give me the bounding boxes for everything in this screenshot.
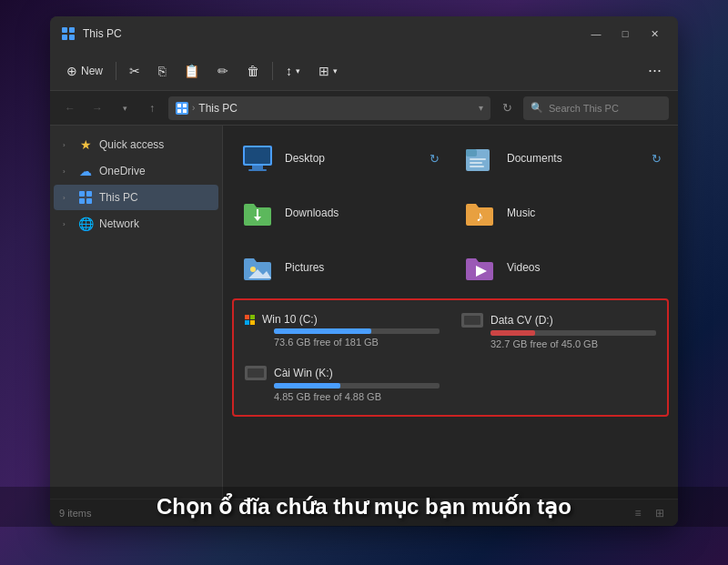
drive-d-bar-wrap (490, 330, 656, 336)
sidebar-item-onedrive[interactable]: › ☁ OneDrive (54, 158, 218, 184)
rename-icon: ✏ (217, 64, 228, 78)
copy-button[interactable]: ⎘ (151, 60, 173, 82)
downloads-folder[interactable]: Downloads (232, 189, 447, 237)
drive-c-name: Win 10 (C:) (262, 313, 318, 326)
new-icon: ⊕ (66, 64, 77, 78)
title-bar: This PC — □ ✕ (50, 16, 678, 51)
svg-rect-13 (245, 147, 270, 164)
drive-k-bar-wrap (274, 383, 440, 388)
svg-rect-9 (86, 191, 92, 197)
drive-d[interactable]: Data CV (D:) 32.7 GB free of 45.0 GB (458, 308, 660, 355)
copy-icon: ⎘ (158, 64, 166, 78)
network-icon: 🌐 (77, 216, 94, 232)
drive-k-header: Cài Win (K:) (245, 366, 440, 380)
pictures-folder[interactable]: Pictures (232, 244, 447, 291)
new-label: New (81, 65, 103, 77)
desktop-folder[interactable]: Desktop ↻ (232, 135, 447, 182)
window-title: This PC (83, 27, 122, 40)
network-chevron: › (63, 220, 72, 228)
refresh-button[interactable]: ↻ (496, 97, 518, 119)
svg-rect-3 (69, 35, 75, 40)
this-pc-sidebar-label: This PC (99, 191, 211, 204)
videos-label: Videos (507, 261, 540, 274)
drives-section: Win 10 (C:) 73.6 GB free of 181 GB (232, 298, 669, 417)
delete-button[interactable]: 🗑 (239, 60, 267, 82)
documents-label: Documents (507, 152, 562, 165)
sidebar-item-this-pc[interactable]: › This PC (54, 185, 218, 210)
videos-icon (461, 249, 498, 286)
overlay-instruction-text: Chọn ổ đĩa chứa thư mục bạn muốn tạo (0, 487, 728, 527)
documents-icon (461, 140, 498, 177)
drive-k[interactable]: Cài Win (K:) 4.85 GB free of 4.88 GB (241, 360, 443, 408)
forward-button[interactable]: → (86, 97, 108, 119)
svg-rect-1 (69, 27, 75, 33)
onedrive-label: OneDrive (99, 165, 211, 177)
drive-c[interactable]: Win 10 (C:) 73.6 GB free of 181 GB (241, 308, 443, 355)
new-button[interactable]: ⊕ New (59, 60, 110, 82)
paste-button[interactable]: 📋 (177, 60, 207, 82)
rename-button[interactable]: ✏ (210, 60, 236, 82)
hdd-icon-k (245, 366, 267, 380)
search-box[interactable]: 🔍 Search This PC (523, 96, 669, 120)
videos-folder[interactable]: Videos (454, 244, 669, 291)
onedrive-chevron: › (63, 167, 72, 176)
drives-grid: Win 10 (C:) 73.6 GB free of 181 GB (241, 308, 660, 408)
svg-rect-20 (470, 166, 484, 167)
network-label: Network (99, 217, 211, 230)
sidebar-item-quick-access[interactable]: › ★ Quick access (54, 132, 218, 157)
address-bar: ← → ▾ ↑ › This PC ▾ ↻ 🔍 Sear (50, 91, 678, 126)
main-area: › ★ Quick access › ☁ OneDrive › (50, 126, 678, 499)
cut-icon: ✂ (129, 64, 140, 78)
sidebar-item-network[interactable]: › 🌐 Network (54, 211, 218, 237)
drive-c-header: Win 10 (C:) (245, 313, 440, 326)
documents-refresh-icon[interactable]: ↻ (652, 152, 662, 166)
sort-button[interactable]: ↕ ▾ (278, 60, 308, 82)
quick-access-chevron: › (63, 141, 72, 149)
music-icon: ♪ (461, 195, 498, 231)
back-button[interactable]: ← (59, 97, 81, 119)
music-label: Music (507, 207, 535, 219)
cut-button[interactable]: ✂ (122, 60, 147, 82)
address-dropdown-icon[interactable]: ▾ (479, 103, 483, 113)
desktop-label: Desktop (285, 152, 325, 165)
hdd-icon-d (461, 313, 483, 328)
folders-grid: Desktop ↻ Documents (232, 135, 669, 291)
desktop-icon (239, 140, 276, 177)
svg-rect-11 (86, 198, 92, 204)
desktop-refresh-icon[interactable]: ↻ (430, 152, 440, 166)
drive-c-bar-wrap (274, 328, 440, 334)
view-dropdown-icon: ▾ (333, 66, 338, 76)
svg-rect-7 (183, 109, 187, 113)
recent-locations-button[interactable]: ▾ (114, 97, 136, 119)
svg-rect-19 (470, 162, 482, 164)
pictures-label: Pictures (285, 261, 324, 274)
svg-rect-5 (183, 104, 187, 107)
window-icon (61, 26, 76, 41)
maximize-button[interactable]: □ (612, 25, 638, 43)
toolbar-separator-2 (272, 62, 273, 80)
svg-rect-6 (177, 109, 181, 113)
svg-rect-18 (470, 158, 486, 160)
svg-rect-2 (62, 35, 67, 40)
drive-d-name: Data CV (D:) (490, 314, 553, 327)
toolbar-separator-1 (116, 62, 116, 80)
svg-rect-10 (79, 198, 85, 204)
search-placeholder: Search This PC (549, 103, 619, 114)
sort-icon: ↕ (286, 64, 292, 78)
music-folder[interactable]: ♪ Music (454, 189, 669, 237)
svg-text:♪: ♪ (476, 208, 483, 224)
title-bar-left: This PC (61, 26, 122, 41)
explorer-window: This PC — □ ✕ ⊕ New ✂ ⎘ 📋 ✏ 🗑 ↕ (50, 16, 678, 526)
more-options-button[interactable]: ··· (641, 57, 669, 84)
minimize-button[interactable]: — (583, 25, 609, 43)
view-icon: ⊞ (318, 64, 329, 78)
drive-k-bar (274, 383, 340, 388)
view-button[interactable]: ⊞ ▾ (311, 60, 345, 82)
windows-logo-icon (245, 315, 255, 325)
up-button[interactable]: ↑ (141, 97, 163, 119)
address-input[interactable]: › This PC ▾ (168, 96, 490, 120)
window-controls: — □ ✕ (583, 25, 667, 43)
documents-folder[interactable]: Documents ↻ (454, 135, 669, 182)
svg-rect-17 (466, 149, 477, 156)
close-button[interactable]: ✕ (642, 25, 667, 43)
